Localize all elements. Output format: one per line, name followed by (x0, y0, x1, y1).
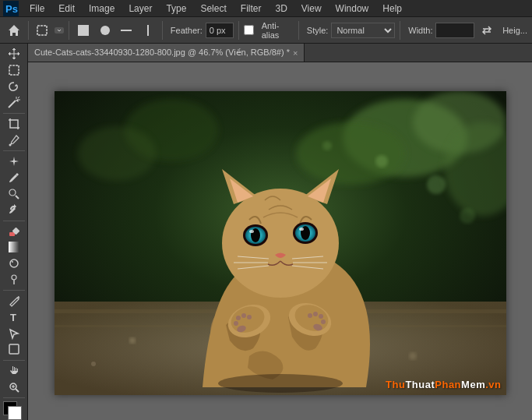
svg-point-82 (91, 362, 96, 366)
menu-select[interactable]: Select (194, 2, 232, 16)
svg-point-17 (9, 143, 11, 146)
width-label: Width: (408, 26, 432, 35)
clone-stamp-tool[interactable] (3, 186, 25, 201)
menu-help[interactable]: Help (376, 2, 408, 16)
canvas-wrapper: ThuThuatPhanMem.vn (28, 65, 532, 420)
eyedropper-tool[interactable] (3, 132, 25, 147)
svg-rect-3 (78, 25, 89, 36)
rect-marquee-option[interactable] (33, 20, 52, 41)
svg-point-38 (427, 175, 446, 194)
heal-tool[interactable] (3, 154, 25, 169)
style-label: Style: (307, 26, 329, 35)
svg-point-78 (308, 313, 312, 318)
toolbar-separator-4 (238, 21, 239, 40)
watermark-dot-vn: .vn (485, 379, 501, 390)
svg-point-24 (12, 275, 16, 280)
cat-image-svg (55, 91, 506, 395)
svg-rect-5 (121, 30, 132, 31)
anti-alias-label: Anti-alias (262, 21, 294, 40)
ellipse-shape-option[interactable] (96, 20, 115, 41)
tab-close-button[interactable]: × (293, 48, 298, 58)
toolbar-separator-2 (69, 21, 69, 40)
anti-alias-checkbox[interactable] (244, 25, 254, 35)
menu-layer[interactable]: Layer (122, 2, 158, 16)
brush-tool[interactable] (3, 170, 25, 185)
svg-point-71 (247, 315, 252, 319)
options-toolbar: Feather: Anti-alias Style: Normal Fixed … (0, 17, 532, 44)
svg-point-77 (313, 312, 318, 316)
menu-edit[interactable]: Edit (52, 2, 81, 16)
history-brush-tool[interactable] (3, 203, 25, 217)
svg-point-39 (375, 155, 388, 168)
crop-tool[interactable] (3, 117, 25, 132)
svg-point-22 (10, 259, 18, 267)
left-toolbar: T (0, 44, 28, 420)
home-button[interactable] (5, 20, 23, 41)
tool-separator-6 (3, 397, 25, 398)
canvas-area: Cute-Cats-cats-33440930-1280-800.jpg @ 4… (28, 44, 532, 420)
svg-text:T: T (10, 312, 16, 323)
gradient-tool[interactable] (3, 240, 25, 255)
svg-point-69 (236, 316, 241, 320)
marquee-dropdown[interactable] (55, 27, 64, 34)
document-tab[interactable]: Cute-Cats-cats-33440930-1280-800.jpg @ 4… (28, 44, 305, 62)
toolbar-separator-1 (28, 21, 29, 40)
svg-point-79 (218, 374, 343, 393)
svg-point-46 (222, 189, 339, 298)
shape-tool[interactable] (3, 342, 25, 357)
svg-point-80 (129, 337, 136, 344)
zoom-tool[interactable] (3, 379, 25, 394)
toolbar-separator-3 (162, 21, 163, 40)
watermark-thu: Thu (386, 379, 405, 390)
magic-wand-tool[interactable] (3, 95, 25, 110)
width-input[interactable] (435, 23, 474, 38)
type-tool[interactable]: T (3, 310, 25, 325)
feather-input[interactable] (206, 23, 234, 38)
toolbar-separator-6 (400, 21, 400, 40)
feather-label: Feather: (171, 26, 203, 35)
canvas-image[interactable]: ThuThuatPhanMem.vn (55, 91, 506, 395)
tab-bar: Cute-Cats-cats-33440930-1280-800.jpg @ 4… (28, 44, 532, 62)
tool-separator-4 (3, 290, 25, 291)
hand-tool[interactable] (3, 364, 25, 379)
tab-title: Cute-Cats-cats-33440930-1280-800.jpg @ 4… (34, 48, 290, 58)
eraser-tool[interactable] (3, 224, 25, 238)
menu-window[interactable]: Window (329, 2, 375, 16)
menu-type[interactable]: Type (160, 2, 192, 16)
svg-point-54 (249, 230, 254, 233)
svg-point-81 (409, 352, 417, 360)
move-tool[interactable] (3, 47, 25, 62)
svg-point-58 (299, 228, 304, 231)
marquee-tool[interactable] (3, 63, 25, 78)
svg-point-37 (78, 126, 156, 181)
svg-point-76 (319, 314, 323, 319)
tool-separator-2 (3, 150, 25, 151)
style-select[interactable]: Normal Fixed Ratio Fixed Size (331, 23, 395, 38)
swap-dimensions-button[interactable] (477, 20, 496, 41)
pen-tool[interactable] (3, 294, 25, 309)
toolbar-separator-5 (298, 21, 299, 40)
single-col-option[interactable] (139, 20, 157, 41)
blur-tool[interactable] (3, 256, 25, 271)
rect-shape-option[interactable] (74, 20, 93, 41)
menu-view[interactable]: View (295, 2, 328, 16)
menu-filter[interactable]: Filter (234, 2, 268, 16)
tool-separator-5 (3, 360, 25, 361)
menu-file[interactable]: File (23, 2, 51, 16)
photoshop-icon: Ps (3, 1, 19, 16)
lasso-tool[interactable] (3, 79, 25, 94)
svg-point-41 (322, 141, 332, 150)
menu-3d[interactable]: 3D (269, 2, 293, 16)
height-label: Heig... (502, 26, 527, 35)
canvas-frame: ThuThuatPhanMem.vn (55, 91, 506, 395)
svg-point-23 (12, 261, 13, 263)
color-swatch[interactable] (3, 401, 25, 417)
svg-point-40 (460, 208, 475, 224)
svg-rect-6 (147, 25, 149, 36)
single-row-option[interactable] (118, 20, 136, 41)
menu-image[interactable]: Image (83, 2, 121, 16)
svg-point-34 (296, 122, 405, 185)
svg-rect-21 (9, 242, 19, 252)
path-select-tool[interactable] (3, 326, 25, 341)
dodge-tool[interactable] (3, 272, 25, 287)
